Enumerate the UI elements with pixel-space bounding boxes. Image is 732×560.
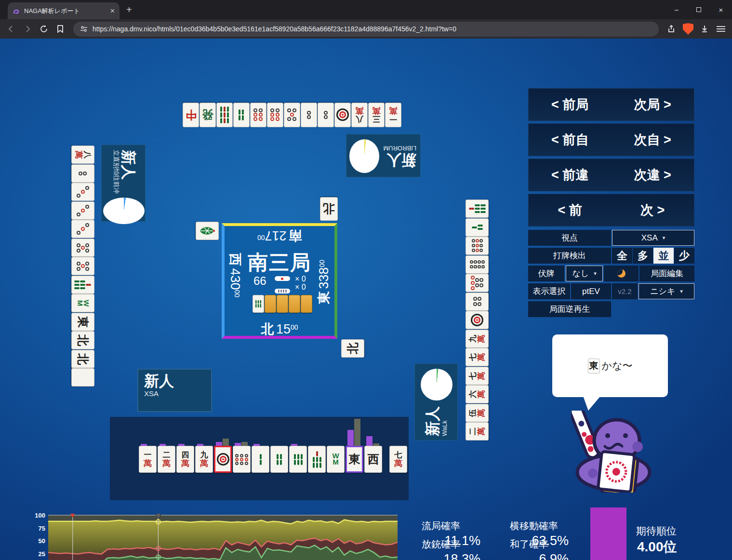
tile-4p xyxy=(466,293,489,311)
ptev-button[interactable]: ptEV xyxy=(571,283,611,299)
naga-favicon-icon xyxy=(13,7,20,15)
tile-5p xyxy=(71,257,94,275)
fusehai-value: なし xyxy=(572,268,589,279)
fusehai-label: 伏牌 xyxy=(528,266,564,281)
discard-slot xyxy=(466,237,489,255)
discard-slot xyxy=(71,183,94,201)
nav-prev-button[interactable]: < 前局 xyxy=(529,96,612,113)
hand-tile-7m[interactable]: 七萬 xyxy=(389,446,407,473)
new-tab-button[interactable]: + xyxy=(126,4,132,15)
discard-slot: 八萬 xyxy=(71,146,94,164)
top-player-name: 新人 xyxy=(383,152,416,168)
dahai-option-全[interactable]: 全 xyxy=(612,248,632,264)
tile-7m: 七萬 xyxy=(389,446,407,473)
hand-tile-9m[interactable]: 九萬 xyxy=(195,446,213,473)
bottom-player-name: 新人 xyxy=(144,373,205,389)
tile-4s xyxy=(233,103,250,127)
hand-tile-E[interactable]: 東 xyxy=(346,446,363,473)
right-player-pie-chart xyxy=(421,369,453,400)
discard-slot: 九萬 xyxy=(466,330,489,348)
minimize-button[interactable]: − xyxy=(665,0,688,19)
dahai-option-多[interactable]: 多 xyxy=(633,248,653,264)
hand-tile-9p[interactable] xyxy=(233,446,251,473)
forward-icon[interactable] xyxy=(21,23,34,35)
viewpoint-label: 視点 xyxy=(528,230,611,246)
reload-icon[interactable] xyxy=(38,23,50,35)
expected-rank-bar xyxy=(590,507,626,560)
nav-row-2: < 前違次違 > xyxy=(528,159,694,191)
hand-tile-1p[interactable] xyxy=(214,446,232,473)
y-tick-100: 100 xyxy=(32,512,45,519)
tile-8m: 八萬 xyxy=(351,103,368,127)
menu-icon[interactable] xyxy=(715,23,727,35)
tile-7p xyxy=(466,274,489,292)
north-seat-score: 北 1500 xyxy=(225,320,334,338)
nav-next-button[interactable]: 次 > xyxy=(612,201,694,219)
brave-shield-icon[interactable] xyxy=(682,23,694,35)
reverse-play-button[interactable]: 局面逆再生 xyxy=(528,301,611,317)
probability-chart[interactable] xyxy=(48,514,398,560)
hand-tile-7s[interactable] xyxy=(308,446,326,473)
tile-5p xyxy=(284,103,300,127)
hand-tile-2m[interactable]: 二萬 xyxy=(158,446,175,473)
viewpoint-select[interactable]: XSA ▾ xyxy=(612,230,694,246)
tile-7m: 七萬 xyxy=(466,367,489,385)
nav-next-button[interactable]: 次違 > xyxy=(612,166,694,184)
hand-tile-2s[interactable] xyxy=(252,446,269,473)
kyoku-navigation: < 前局次局 >< 前自次自 >< 前違次違 >< 前次 > xyxy=(528,88,694,229)
tile-1p xyxy=(334,103,351,127)
maximize-button[interactable] xyxy=(688,0,710,19)
hand-tile-6s[interactable] xyxy=(289,446,307,473)
nav-prev-button[interactable]: < 前自 xyxy=(529,131,612,148)
tile-9m: 九萬 xyxy=(195,446,213,473)
hand-tiles: 一萬二萬四萬九萬WM東西 xyxy=(139,446,382,473)
hand-analysis-area: 一萬二萬四萬九萬WM東西 七萬 xyxy=(110,417,409,500)
last-discard-east: 北 xyxy=(341,339,365,357)
naga-choice-bar xyxy=(366,436,373,446)
nav-prev-button[interactable]: < 前違 xyxy=(529,166,612,184)
top-player-tag: LIBRORUM xyxy=(383,145,416,152)
discard-slot: 七萬 xyxy=(466,367,489,385)
tile-3p xyxy=(71,201,94,220)
browser-chrome: NAGA解析レポート × + − × https://naga.dmv.nico… xyxy=(0,0,732,39)
discard-slot xyxy=(71,368,94,387)
tile-8s: WM xyxy=(327,446,345,473)
browser-tab[interactable]: NAGA解析レポート × xyxy=(8,2,120,19)
nav-next-button[interactable]: 次局 > xyxy=(612,96,694,113)
back-icon[interactable] xyxy=(5,23,17,35)
night-mode-toggle[interactable] xyxy=(604,266,639,281)
tab-bar: NAGA解析レポート × + − × xyxy=(0,0,732,19)
hand-tile-4m[interactable]: 四萬 xyxy=(176,446,194,473)
naga-comment-bubble: 東 かな〜 xyxy=(552,334,668,397)
nav-row-0: < 前局次局 > xyxy=(528,88,694,121)
hand-tile-W[interactable]: 西 xyxy=(364,446,382,473)
hand-tile-4s[interactable] xyxy=(270,446,288,473)
share-icon[interactable] xyxy=(665,23,678,35)
model-select[interactable]: ニシキ ▾ xyxy=(639,283,694,299)
nav-prev-button[interactable]: < 前 xyxy=(529,201,612,219)
candidate-bars xyxy=(366,436,379,446)
dahai-option-少[interactable]: 少 xyxy=(674,248,694,264)
discard-slot xyxy=(71,239,94,257)
url-field[interactable]: https://naga.dmv.nico/htmls/01ec0d36b4b5… xyxy=(73,22,659,37)
left-player-pie-chart xyxy=(103,198,145,224)
hand-tile-1m[interactable]: 一萬 xyxy=(139,446,157,473)
download-icon[interactable] xyxy=(698,23,711,35)
nav-next-button[interactable]: 次自 > xyxy=(612,131,694,148)
tile-1p xyxy=(466,311,489,329)
site-settings-icon[interactable] xyxy=(80,26,88,32)
tile-hatsu: 発 xyxy=(200,103,216,127)
tile-back xyxy=(301,295,312,313)
bottom-player-tag: XSA xyxy=(144,389,205,398)
tab-close-icon[interactable]: × xyxy=(110,7,115,15)
model-choice-bar xyxy=(223,439,229,446)
fusehai-select[interactable]: なし ▾ xyxy=(566,266,603,281)
bookmark-icon[interactable] xyxy=(54,23,67,35)
drawn-tile[interactable]: 七萬 xyxy=(389,446,407,473)
dahai-option-並[interactable]: 並 xyxy=(653,248,674,264)
tile-N: 北 xyxy=(320,197,338,221)
honba-stick-icon xyxy=(275,289,290,293)
window-close-button[interactable]: × xyxy=(710,0,732,19)
board-edit-button[interactable]: 局面編集 xyxy=(639,266,694,281)
hand-tile-8s[interactable]: WM xyxy=(327,446,345,473)
